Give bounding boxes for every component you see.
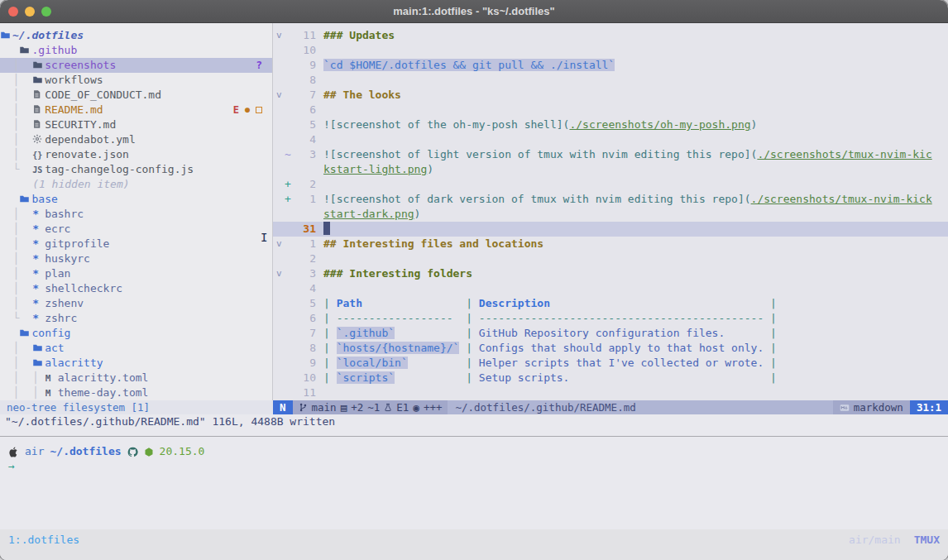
- shell-prompt: air ~/.dotfiles 20.15.0: [8, 444, 948, 459]
- editor-line[interactable]: 11: [273, 385, 948, 400]
- tmux-session-tab[interactable]: 1:.dotfiles: [8, 534, 79, 546]
- syntax-plain: [764, 342, 770, 354]
- editor-line[interactable]: 10| `scripts` | Setup scripts. |: [273, 371, 948, 385]
- fold-column: [273, 73, 285, 88]
- sign-column: [285, 162, 294, 177]
- editor-line[interactable]: v7## The looks: [273, 88, 948, 103]
- editor-line[interactable]: 4: [273, 281, 948, 296]
- indent-guide: │: [0, 237, 32, 250]
- syntax-pipe: |: [770, 371, 777, 384]
- editor-line[interactable]: +2: [273, 177, 948, 192]
- tree-item-bashrc[interactable]: │ *bashrc: [0, 207, 272, 222]
- sign-column: [285, 341, 294, 356]
- indent-guide: [0, 44, 19, 56]
- tree-item-config[interactable]: config: [0, 326, 272, 341]
- editor-line[interactable]: 6: [273, 103, 948, 117]
- node-icon: [144, 447, 154, 457]
- fold-column: [273, 356, 285, 371]
- editor-line[interactable]: ~3![screenshot of light version of tmux …: [273, 147, 948, 162]
- tree-item-alacritty[interactable]: │ alacritty: [0, 356, 272, 371]
- editor-line[interactable]: 6| ------------------ | ----------------…: [273, 311, 948, 326]
- tree-item-theme-day.toml[interactable]: │ │ Mtheme-day.toml: [0, 385, 272, 400]
- tree-item-workflows[interactable]: │ workflows: [0, 73, 272, 88]
- editor-line[interactable]: 5| Path | Description |: [273, 296, 948, 311]
- tree-item-renovate.json[interactable]: │ {}renovate.json: [0, 147, 272, 162]
- tree-item--.dotfiles[interactable]: ~/.dotfiles: [0, 28, 272, 43]
- line-text: | `hosts/{hostname}/` | Configs that sho…: [323, 341, 948, 356]
- line-number: 5: [294, 117, 316, 132]
- editor-buffer[interactable]: v11### Updates109`cd $HOME/.dotfiles && …: [273, 23, 948, 400]
- sign-column: [285, 371, 294, 385]
- markdown-icon: [840, 403, 850, 413]
- indent-guide: │: [0, 267, 32, 280]
- tree-item-.github[interactable]: .github: [0, 43, 272, 58]
- line-number: 7: [294, 88, 316, 103]
- tree-item-gitprofile[interactable]: │ *gitprofile: [0, 237, 272, 251]
- tree-item-dependabot.yml[interactable]: │ dependabot.yml: [0, 132, 272, 147]
- syntax-link: ): [427, 163, 433, 175]
- editor-line[interactable]: 5![screenshot of the oh-my-posh shell](.…: [273, 117, 948, 132]
- tree-item-huskyrc[interactable]: │ *huskyrc: [0, 251, 272, 266]
- indent-guide: │: [0, 148, 32, 160]
- line-text: ![screenshot of light version of tmux wi…: [323, 147, 948, 162]
- git-branch-icon: [299, 402, 308, 413]
- line-text: kstart-light.png): [323, 162, 948, 177]
- tree-item-shellcheckrc[interactable]: │ *shellcheckrc: [0, 281, 272, 296]
- syntax-pipe: |: [466, 297, 479, 309]
- fold-marker-icon[interactable]: v: [273, 88, 285, 103]
- editor-line[interactable]: 9`cd $HOME/.dotfiles && git pull && ./in…: [273, 58, 948, 73]
- fold-marker-icon[interactable]: v: [273, 28, 285, 43]
- tree-item-alacritty.toml[interactable]: │ │ Malacritty.toml: [0, 371, 272, 385]
- fold-marker-icon[interactable]: v: [273, 237, 285, 251]
- line-number: [294, 162, 316, 177]
- folder-icon: [32, 356, 45, 371]
- tree-item--1-hidden-item-[interactable]: (1 hidden item): [0, 177, 272, 192]
- editor-line[interactable]: 8| `hosts/{hostname}/` | Configs that sh…: [273, 341, 948, 356]
- indent-guide: │: [0, 89, 32, 101]
- git-badge-e: E: [233, 103, 239, 117]
- editor-line[interactable]: v1## Interesting files and locations: [273, 237, 948, 251]
- editor-line-current[interactable]: 31: [273, 222, 948, 237]
- tree-item-readme.md[interactable]: │ README.mdE●: [0, 103, 272, 117]
- tree-item-label: (1 hidden item): [32, 178, 129, 190]
- filetype-segment: markdown: [833, 400, 910, 414]
- neo-tree-panel[interactable]: I ~/.dotfiles .github │ screenshots? │ w…: [0, 23, 273, 400]
- editor-line[interactable]: v3### Interesting folders: [273, 266, 948, 281]
- close-button[interactable]: [8, 7, 18, 17]
- fold-marker-icon[interactable]: v: [273, 266, 285, 281]
- editor-line[interactable]: 4: [273, 132, 948, 147]
- tree-item-plan[interactable]: │ *plan: [0, 266, 272, 281]
- editor-line[interactable]: start-dark.png): [273, 207, 948, 222]
- shell-pane[interactable]: air ~/.dotfiles 20.15.0 →: [0, 437, 948, 529]
- syntax-pipe: |: [323, 327, 337, 339]
- zoom-button[interactable]: [41, 7, 51, 17]
- tree-item-code-of-conduct.md[interactable]: │ CODE_OF_CONDUCT.md: [0, 88, 272, 103]
- editor-line[interactable]: 2: [273, 251, 948, 266]
- tree-item-ecrc[interactable]: │ *ecrc: [0, 222, 272, 237]
- editor-line[interactable]: kstart-light.png): [273, 162, 948, 177]
- fold-column: [273, 222, 285, 237]
- line-text: | `.github` | GitHub Repository configur…: [323, 326, 948, 341]
- title-bar[interactable]: main:1:.dotfiles - "ks~/.dotfiles": [0, 0, 948, 23]
- tree-item-base[interactable]: base: [0, 192, 272, 207]
- editor-line[interactable]: +1![screenshot of dark version of tmux w…: [273, 192, 948, 207]
- syntax-desc: Helper scripts that I've collected or wr…: [479, 357, 764, 369]
- tree-item-zshenv[interactable]: │ *zshenv: [0, 296, 272, 311]
- line-number: 2: [294, 251, 316, 266]
- tree-item-tag-changelog-config.js[interactable]: └ JStag-changelog-config.js: [0, 162, 272, 177]
- tree-item-act[interactable]: │ act: [0, 341, 272, 356]
- star-icon: *: [32, 311, 45, 326]
- editor-line[interactable]: 9| `local/bin` | Helper scripts that I'v…: [273, 356, 948, 371]
- tree-item-security.md[interactable]: │ SECURITY.md: [0, 117, 272, 132]
- indent-guide: │: [0, 74, 32, 86]
- editor-line[interactable]: 8: [273, 73, 948, 88]
- editor-line[interactable]: v11### Updates: [273, 28, 948, 43]
- minimize-button[interactable]: [25, 7, 35, 17]
- tree-item-zshrc[interactable]: └ *zshrc: [0, 311, 272, 326]
- folder-icon: [19, 192, 31, 207]
- editor-line[interactable]: 10: [273, 43, 948, 58]
- syntax-url: kstart-light.png: [323, 163, 427, 175]
- editor-line[interactable]: 7| `.github` | GitHub Repository configu…: [273, 326, 948, 341]
- tree-item-screenshots[interactable]: │ screenshots?: [0, 58, 272, 73]
- gear-icon: [32, 132, 45, 147]
